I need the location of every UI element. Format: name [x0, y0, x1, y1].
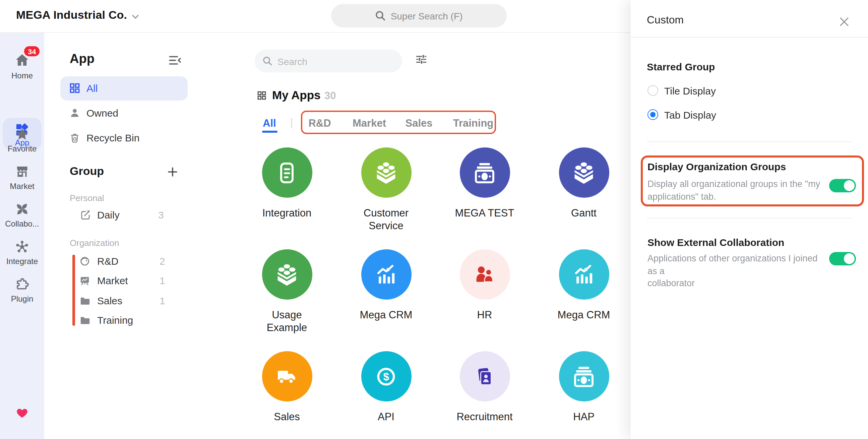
app-tile-label: Mega CRM	[350, 308, 422, 321]
app-tile-mega-crm-2[interactable]: Mega CRM	[547, 249, 621, 321]
display-org-title: Display Organization Groups	[648, 161, 786, 172]
people-icon	[460, 249, 510, 300]
tab-training[interactable]: Training	[453, 117, 494, 129]
group-item-label: Training	[97, 314, 133, 326]
toggle-display-org[interactable]	[829, 179, 856, 192]
app-tile-api[interactable]: API	[349, 351, 423, 423]
heart-icon[interactable]	[0, 406, 44, 419]
drawer-title: Custom	[647, 14, 684, 26]
organization-section-label: Organization	[70, 238, 119, 248]
description-line: collaborator	[648, 278, 823, 290]
app-tile-recruitment[interactable]: Recruitment	[448, 351, 522, 423]
starred-group-title: Starred Group	[647, 61, 715, 72]
banknote-icon	[460, 148, 510, 198]
radio-label[interactable]: Tile Display	[664, 85, 716, 96]
custom-settings-drawer: Custom Starred Group Tile Display Tab Di…	[631, 0, 868, 439]
app-tile-label: Customer Service	[350, 207, 422, 232]
sidebar-item-label: Home	[0, 71, 44, 81]
lego-box-icon	[361, 148, 411, 198]
app-tile-label: Usage Example	[251, 308, 322, 334]
group-item-label: Daily	[97, 209, 120, 220]
tab-sales[interactable]: Sales	[405, 117, 432, 129]
left-nav-rail: 34 Home App Favorite Market Collabo... I…	[0, 32, 44, 439]
app-tile-label: Gantt	[548, 207, 619, 219]
sidebar-item-label: Market	[0, 182, 44, 191]
chevron-down-icon[interactable]	[131, 13, 140, 21]
app-tile-label: HAP	[548, 410, 619, 423]
add-group-icon[interactable]	[167, 167, 178, 177]
toggle-knob	[844, 253, 855, 264]
group-item-count: 3	[158, 209, 164, 220]
app-tile-gantt[interactable]: Gantt	[547, 148, 621, 219]
app-tile-usage-example[interactable]: Usage Example	[250, 249, 324, 334]
tab-rd[interactable]: R&D	[308, 117, 331, 129]
filter-item-label: All	[87, 83, 97, 94]
person-icon	[70, 108, 80, 118]
group-item-label: Sales	[97, 295, 122, 306]
edit-square-icon	[81, 210, 91, 220]
filter-sliders-icon[interactable]	[415, 54, 427, 64]
app-panel-title: App	[70, 52, 94, 66]
id-cards-icon	[460, 351, 510, 402]
app-tile-sales[interactable]: Sales	[250, 351, 324, 423]
description-line: Display all organizational groups in the…	[648, 178, 823, 191]
annotation-org-groups-bar	[72, 255, 75, 326]
toggle-external-collab[interactable]	[829, 252, 856, 265]
sidebar-item-plugin[interactable]: Plugin	[0, 277, 44, 304]
sidebar-item-label: Integrate	[0, 257, 44, 266]
app-tile-label: Sales	[251, 410, 322, 423]
document-icon	[262, 148, 312, 198]
presentation-board-icon	[80, 276, 90, 285]
app-tile-hap[interactable]: HAP	[547, 351, 621, 423]
display-org-description: Display all organizational groups in the…	[648, 178, 823, 203]
sidebar-item-label: Plugin	[0, 294, 44, 304]
search-input[interactable]	[276, 50, 400, 74]
filter-item-all[interactable]: All	[60, 76, 188, 100]
org-switcher[interactable]: MEGA Industrial Co.	[16, 9, 127, 22]
sidebar-item-collaboration[interactable]: Collabo...	[0, 202, 44, 228]
search-icon	[263, 56, 272, 66]
dollar-circle-icon	[361, 351, 411, 402]
app-tile-label: Integration	[251, 207, 322, 219]
radio-tab-display[interactable]	[648, 109, 658, 120]
close-icon[interactable]	[838, 15, 850, 28]
tab-market[interactable]: Market	[352, 117, 386, 129]
tab-divider	[291, 118, 292, 128]
banknote-icon	[559, 351, 609, 402]
star-icon	[0, 127, 44, 142]
tab-all[interactable]: All	[263, 117, 276, 129]
sidebar-item-integrate[interactable]: Integrate	[0, 239, 44, 266]
app-tile-hr[interactable]: HR	[448, 249, 522, 321]
grid-icon	[257, 91, 266, 100]
sidebar-item-home[interactable]: 34 Home	[0, 52, 44, 81]
super-search[interactable]: Super Search (F)	[331, 4, 507, 28]
group-item-count: 1	[159, 295, 165, 306]
apps-count: 30	[324, 90, 336, 102]
app-tile-customer-service[interactable]: Customer Service	[349, 148, 423, 232]
lego-box-icon	[262, 249, 312, 300]
radio-label[interactable]: Tab Display	[664, 109, 716, 121]
hub-icon	[0, 239, 44, 254]
description-line: applications" tab.	[648, 191, 823, 203]
collapse-panel-icon[interactable]	[168, 54, 182, 67]
org-name: MEGA Industrial Co.	[16, 9, 127, 22]
sidebar-item-label: Favorite	[0, 144, 44, 154]
truck-icon	[262, 351, 312, 402]
radio-tile-display[interactable]	[648, 85, 658, 96]
external-collab-description: Applications of other organizations I jo…	[648, 253, 823, 290]
app-tile-label: HR	[449, 308, 520, 321]
app-tile-label: Recruitment	[449, 410, 520, 423]
page-title: My Apps	[272, 89, 321, 102]
app-tile-integration[interactable]: Integration	[250, 148, 324, 219]
sidebar-item-market[interactable]: Market	[0, 164, 44, 191]
notification-badge: 34	[24, 46, 40, 56]
search-icon	[375, 11, 385, 21]
app-tile-mega-crm[interactable]: Mega CRM	[349, 249, 423, 321]
external-collab-title: Show External Collaboration	[648, 237, 784, 248]
app-tile-label: MEGA TEST	[449, 207, 520, 219]
sidebar-item-favorite[interactable]: Favorite	[0, 127, 44, 154]
group-section-title: Group	[70, 165, 104, 178]
apps-search	[255, 50, 402, 72]
app-tile-mega-test[interactable]: MEGA TEST	[448, 148, 522, 219]
filter-item-label: Recycle Bin	[87, 132, 140, 144]
